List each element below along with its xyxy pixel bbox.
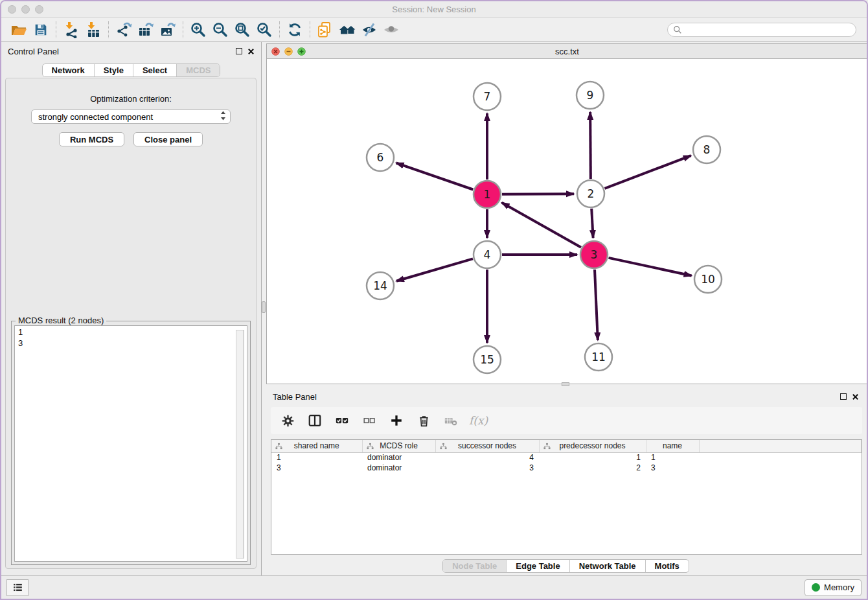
graph-node-label-11: 11 xyxy=(591,351,606,363)
graph-node-label-3: 3 xyxy=(591,248,598,261)
export-table-icon[interactable] xyxy=(135,20,157,40)
result-line: 1 xyxy=(18,327,244,338)
node-table[interactable]: shared name MCDS role successor nodes pr… xyxy=(271,439,862,555)
memory-button[interactable]: Memory xyxy=(805,579,862,596)
table-toolbar: f(x) xyxy=(271,407,862,434)
refresh-view-icon[interactable] xyxy=(284,20,306,40)
network-canvas[interactable]: 1234678910111415 xyxy=(267,59,867,384)
show-all-icon[interactable] xyxy=(380,20,402,40)
tab-network-table[interactable]: Network Table xyxy=(569,560,645,572)
export-image-icon[interactable] xyxy=(157,20,179,40)
table-panel-title: Table Panel xyxy=(273,392,317,402)
network-canvas-svg: 1234678910111415 xyxy=(267,59,867,384)
graph-edge-3-11[interactable] xyxy=(595,270,598,340)
close-panel-button[interactable]: Close panel xyxy=(133,132,203,146)
split-panel-icon[interactable] xyxy=(306,411,324,430)
table-settings-icon[interactable] xyxy=(279,411,297,430)
graph-node-label-10: 10 xyxy=(701,273,715,286)
import-network-icon[interactable] xyxy=(60,20,82,40)
panel-splitter-grip[interactable] xyxy=(262,301,266,313)
run-mcds-button[interactable]: Run MCDS xyxy=(59,132,124,146)
open-session-icon[interactable] xyxy=(8,20,30,40)
column-header[interactable]: shared name xyxy=(271,440,362,452)
tab-mcds[interactable]: MCDS xyxy=(176,64,220,76)
graph-edge-1-2[interactable] xyxy=(502,194,574,194)
mcds-result-text[interactable]: 1 3 xyxy=(14,325,247,562)
tab-style[interactable]: Style xyxy=(94,64,133,76)
memory-status-icon xyxy=(812,583,820,592)
result-scrollbar[interactable] xyxy=(236,330,244,559)
hide-selected-icon[interactable] xyxy=(358,20,380,40)
control-panel: Control Panel Network Style Select MCDS … xyxy=(1,42,262,575)
import-table-icon[interactable] xyxy=(82,20,104,40)
window-zoom-button[interactable] xyxy=(35,5,43,14)
close-panel-icon[interactable] xyxy=(247,48,255,55)
tab-node-table[interactable]: Node Table xyxy=(443,560,506,572)
graph-node-label-6: 6 xyxy=(377,151,384,164)
control-panel-header: Control Panel xyxy=(1,42,261,60)
search-box[interactable] xyxy=(667,23,856,37)
tab-motifs[interactable]: Motifs xyxy=(645,560,689,572)
function-builder-icon[interactable]: f(x) xyxy=(469,414,488,427)
window-minimize-button[interactable] xyxy=(21,5,30,14)
go-home-icon[interactable] xyxy=(336,20,358,40)
open-network-file-icon[interactable] xyxy=(314,20,336,40)
table-panel-tabs: Node Table Edge Table Network Table Moti… xyxy=(442,559,689,573)
tab-select[interactable]: Select xyxy=(133,64,176,76)
column-header[interactable]: MCDS role xyxy=(362,440,435,452)
mcds-result-title: MCDS result (2 nodes) xyxy=(16,316,106,325)
memory-label: Memory xyxy=(824,583,854,592)
zoom-out-icon[interactable] xyxy=(209,20,231,40)
create-column-icon[interactable] xyxy=(387,411,405,430)
column-header[interactable]: predecessor nodes xyxy=(539,440,646,452)
delete-table-icon[interactable] xyxy=(442,411,460,430)
mcds-tab-content: Optimization criterion: strongly connect… xyxy=(5,78,257,569)
search-input[interactable] xyxy=(685,25,851,34)
dropdown-stepper-icon xyxy=(220,111,226,122)
graph-edge-2-9[interactable] xyxy=(590,112,591,179)
save-session-icon[interactable] xyxy=(30,20,52,40)
network-view-window: scc.txt 1234678910111415 xyxy=(266,43,868,384)
close-table-panel-icon[interactable] xyxy=(852,393,859,400)
search-icon xyxy=(673,25,682,34)
select-all-columns-icon[interactable] xyxy=(333,411,351,430)
network-window-titlebar[interactable]: scc.txt xyxy=(267,44,867,59)
graph-edge-3-10[interactable] xyxy=(608,258,691,276)
toolbar-separator xyxy=(279,21,280,38)
graph-edge-2-3[interactable] xyxy=(591,209,593,238)
graph-edge-2-8[interactable] xyxy=(605,156,691,189)
toolbar-separator xyxy=(56,21,56,38)
unselect-all-columns-icon[interactable] xyxy=(360,411,378,430)
table-panel: Table Panel xyxy=(266,387,865,575)
tab-edge-table[interactable]: Edge Table xyxy=(506,560,569,572)
graph-node-label-7: 7 xyxy=(484,90,491,103)
window-traffic-lights[interactable] xyxy=(8,5,43,14)
window-close-button[interactable] xyxy=(8,5,16,14)
hierarchy-icon xyxy=(367,443,374,452)
zoom-selected-icon[interactable] xyxy=(253,20,275,40)
export-network-icon[interactable] xyxy=(113,20,135,40)
column-header[interactable]: successor nodes xyxy=(435,440,539,452)
graph-edge-4-14[interactable] xyxy=(396,259,473,281)
window-title: Session: New Session xyxy=(1,5,867,14)
tab-network[interactable]: Network xyxy=(43,64,94,76)
table-row[interactable]: 1 dominator 4 1 1 xyxy=(271,452,862,463)
criterion-dropdown[interactable]: strongly connected component xyxy=(31,110,231,124)
network-window-title: scc.txt xyxy=(267,47,867,56)
graph-node-label-15: 15 xyxy=(480,353,494,366)
graph-edge-1-6[interactable] xyxy=(396,163,474,189)
float-panel-icon[interactable] xyxy=(236,48,242,54)
network-splitter-grip[interactable] xyxy=(562,382,569,386)
zoom-fit-icon[interactable] xyxy=(231,20,253,40)
float-table-panel-icon[interactable] xyxy=(840,393,847,400)
toolbar-separator xyxy=(310,21,310,38)
table-header-row: shared name MCDS role successor nodes pr… xyxy=(271,440,862,452)
table-panel-header: Table Panel xyxy=(266,387,865,406)
optimization-criterion-label: Optimization criterion: xyxy=(6,94,256,104)
column-header[interactable]: name xyxy=(646,440,699,452)
task-history-button[interactable] xyxy=(6,579,29,596)
zoom-in-icon[interactable] xyxy=(187,20,209,40)
delete-column-icon[interactable] xyxy=(415,411,433,430)
graph-edge-3-1[interactable] xyxy=(502,203,581,248)
table-row[interactable]: 3 dominator 3 2 3 xyxy=(271,463,862,473)
